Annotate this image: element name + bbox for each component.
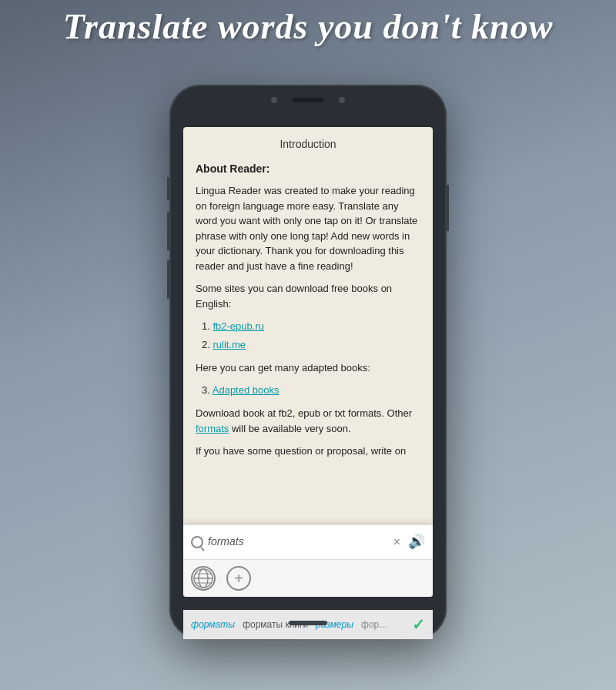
earpiece-speaker <box>293 98 323 102</box>
sensor <box>339 97 345 103</box>
popup-icons-row: + <box>183 560 433 597</box>
home-button[interactable] <box>289 621 327 625</box>
screen-paragraph1: Lingua Reader was created to make your r… <box>196 183 420 273</box>
phone-wrapper: Introduction About Reader: Lingua Reader… <box>169 85 447 639</box>
main-title: Translate words you don't know <box>0 8 616 47</box>
front-camera <box>271 97 277 103</box>
rulit-link[interactable]: rulit.me <box>213 339 246 350</box>
close-button[interactable]: × <box>390 533 403 552</box>
add-icon[interactable]: + <box>226 566 251 591</box>
paragraph4-end: will be available very soon. <box>232 423 351 434</box>
screen-content: Introduction About Reader: Lingua Reader… <box>183 127 433 597</box>
adapted-books-link[interactable]: Adapted books <box>213 384 280 396</box>
list-number-3: 3. <box>202 384 210 396</box>
volume-up-button <box>167 212 170 250</box>
search-query-text: formats <box>208 534 386 551</box>
list-number-1: 1. <box>202 320 210 332</box>
translation-popup: formats × 🔊 <box>183 524 433 597</box>
adapted-books-list: 3. Adapted books <box>196 383 420 398</box>
power-button <box>446 185 449 231</box>
search-icon <box>191 536 203 548</box>
phone-screen: Introduction About Reader: Lingua Reader… <box>183 127 433 597</box>
volume-silent-button <box>167 177 170 200</box>
volume-down-button <box>167 260 170 299</box>
screen-paragraph4: Download book at fb2, epub or txt format… <box>196 406 420 436</box>
suggestion-4[interactable]: фор... <box>361 619 387 630</box>
fb2-epub-link[interactable]: fb2-epub.ru <box>213 320 264 332</box>
phone-top <box>271 97 345 103</box>
phone-body: Introduction About Reader: Lingua Reader… <box>169 85 447 639</box>
screen-page-title: Introduction <box>196 136 420 153</box>
screen-heading: About Reader: <box>196 161 420 178</box>
list-item-1: 1. fb2-epub.ru <box>202 319 420 334</box>
popup-search-row: formats × 🔊 <box>183 525 433 560</box>
list-number-2: 2. <box>202 339 210 350</box>
title-area: Translate words you don't know <box>0 8 616 47</box>
sound-icon[interactable]: 🔊 <box>408 531 425 553</box>
screen-paragraph5: If you have some question or proposal, w… <box>196 444 420 459</box>
paragraph4-text: Download book at fb2, epub or txt format… <box>196 407 412 419</box>
suggestion-1[interactable]: форматы <box>191 619 235 630</box>
list-item-2: 2. rulit.me <box>202 337 420 353</box>
screen-paragraph2-label: Some sites you can download free books o… <box>196 281 420 311</box>
globe-icon[interactable] <box>191 566 216 591</box>
links-list: 1. fb2-epub.ru 2. rulit.me <box>196 319 420 352</box>
screen-paragraph3-label: Here you can get many adapted books: <box>196 360 420 376</box>
list-item-3: 3. Adapted books <box>202 383 420 398</box>
check-icon[interactable]: ✓ <box>412 615 425 634</box>
formats-link[interactable]: formats <box>196 423 229 434</box>
